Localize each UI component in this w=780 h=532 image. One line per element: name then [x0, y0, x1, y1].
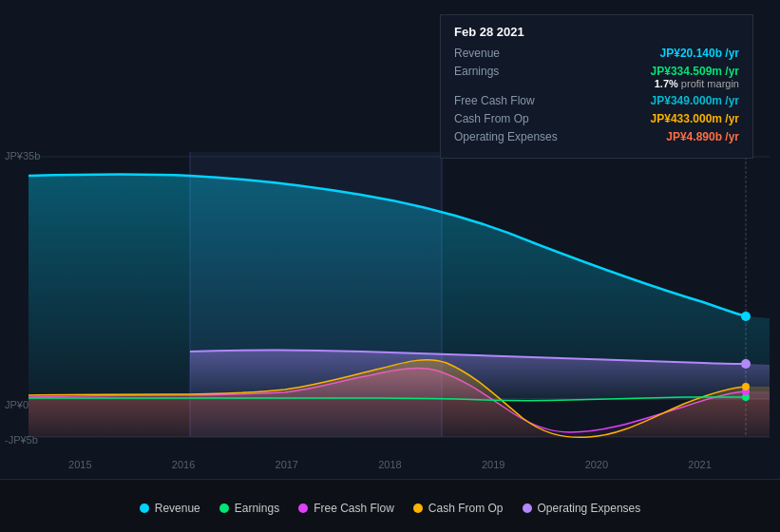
tooltip-value-cashfromop: JP¥433.000m /yr [568, 112, 739, 125]
legend-cashfromop[interactable]: Cash From Op [413, 502, 504, 515]
tooltip-row-opex: Operating Expenses JP¥4.890b /yr [454, 130, 739, 143]
svg-point-8 [741, 312, 751, 321]
fcf-dot [298, 504, 308, 513]
tooltip-label-opex: Operating Expenses [454, 130, 568, 143]
opex-label: Operating Expenses [538, 502, 641, 515]
x-axis-labels: 2015 2016 2017 2018 2019 2020 2021 [0, 459, 780, 470]
legend-fcf[interactable]: Free Cash Flow [298, 502, 394, 515]
x-label-2019: 2019 [482, 459, 504, 470]
y-label-top: JP¥35b [5, 150, 40, 162]
tooltip-label-revenue: Revenue [454, 47, 568, 60]
x-label-2017: 2017 [276, 459, 298, 470]
fcf-label: Free Cash Flow [314, 502, 394, 515]
data-tooltip: Feb 28 2021 Revenue JP¥20.140b /yr Earni… [440, 14, 753, 159]
tooltip-label-earnings: Earnings [454, 65, 568, 78]
earnings-label: Earnings [235, 502, 279, 515]
tooltip-value-opex: JP¥4.890b /yr [568, 130, 739, 143]
y-label-zero: JP¥0 [5, 399, 29, 410]
tooltip-profit-margin: 1.7% profit margin [568, 78, 739, 89]
cashfromop-dot [413, 504, 423, 513]
earnings-dot [219, 504, 229, 513]
tooltip-label-cashfromop: Cash From Op [454, 112, 568, 125]
y-label-neg: -JP¥5b [5, 434, 38, 446]
legend-opex[interactable]: Operating Expenses [523, 502, 641, 515]
x-label-2015: 2015 [68, 459, 91, 470]
opex-dot [523, 504, 532, 513]
chart-legend: Revenue Earnings Free Cash Flow Cash Fro… [0, 502, 780, 515]
legend-earnings[interactable]: Earnings [219, 502, 279, 515]
profit-val: 1.7% [655, 78, 678, 89]
tooltip-label-fcf: Free Cash Flow [454, 94, 568, 107]
legend-divider [0, 479, 780, 480]
tooltip-date: Feb 28 2021 [454, 25, 739, 39]
tooltip-row-earnings: Earnings JP¥334.509m /yr 1.7% profit mar… [454, 65, 739, 89]
svg-point-9 [741, 359, 751, 369]
tooltip-value-earnings: JP¥334.509m /yr [568, 65, 739, 78]
tooltip-row-revenue: Revenue JP¥20.140b /yr [454, 47, 739, 60]
revenue-dot [140, 504, 149, 513]
cashfromop-label: Cash From Op [428, 502, 504, 515]
x-label-2016: 2016 [172, 459, 195, 470]
tooltip-value-fcf: JP¥349.000m /yr [568, 94, 739, 107]
x-label-2020: 2020 [585, 459, 608, 470]
revenue-label: Revenue [155, 502, 200, 515]
x-label-2018: 2018 [378, 459, 401, 470]
tooltip-value-revenue: JP¥20.140b /yr [568, 47, 739, 60]
tooltip-row-fcf: Free Cash Flow JP¥349.000m /yr [454, 94, 739, 107]
tooltip-row-cashfromop: Cash From Op JP¥433.000m /yr [454, 112, 739, 125]
svg-point-12 [742, 383, 750, 390]
legend-revenue[interactable]: Revenue [140, 502, 200, 515]
x-label-2021: 2021 [688, 459, 711, 470]
